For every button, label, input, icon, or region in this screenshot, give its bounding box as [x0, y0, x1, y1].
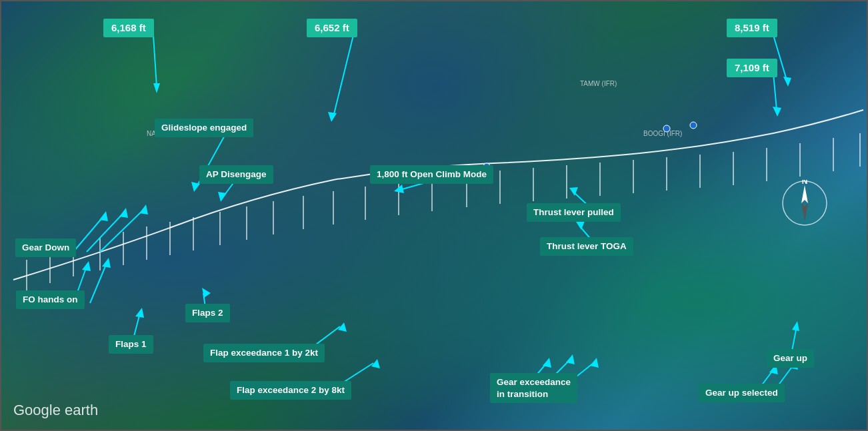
- svg-marker-81: [801, 185, 808, 203]
- svg-marker-52: [139, 205, 148, 215]
- svg-marker-70: [590, 358, 599, 368]
- svg-marker-48: [99, 211, 108, 221]
- event-label-flaps2: Flaps 2: [185, 304, 230, 322]
- svg-line-29: [153, 35, 157, 87]
- event-label-flap_exc1: Flap exceedance 1 by 2kt: [203, 344, 325, 362]
- event-label-gear_down: Gear Down: [15, 238, 76, 257]
- svg-marker-72: [792, 321, 799, 331]
- svg-line-47: [73, 216, 103, 252]
- svg-point-79: [690, 122, 697, 129]
- svg-text:N: N: [802, 180, 808, 186]
- event-label-gear_up: Gear up: [767, 349, 814, 368]
- svg-marker-30: [153, 83, 160, 93]
- svg-marker-36: [773, 107, 781, 117]
- event-label-ap_disengage: AP Disengage: [199, 165, 273, 184]
- svg-marker-46: [576, 221, 585, 230]
- altitude-label-alt1: 6,168 ft: [103, 19, 154, 37]
- event-label-gear_up_sel: Gear up selected: [699, 384, 785, 402]
- event-label-open_climb: 1,800 ft Open Climb Mode: [370, 165, 493, 184]
- svg-line-35: [773, 73, 777, 110]
- svg-marker-50: [119, 208, 128, 218]
- svg-marker-40: [218, 192, 227, 202]
- google-earth-watermark: Google earth: [13, 402, 98, 419]
- event-label-glideslope: Glideslope engaged: [155, 119, 253, 137]
- svg-marker-58: [135, 308, 144, 318]
- event-label-thrust_pulled: Thrust lever pulled: [527, 203, 621, 222]
- compass: N: [781, 180, 828, 226]
- svg-line-31: [333, 35, 353, 117]
- altitude-label-alt3: 8,519 ft: [727, 19, 777, 37]
- svg-line-55: [90, 263, 107, 303]
- event-label-flap_exc2: Flap exceedance 2 by 8kt: [230, 381, 351, 400]
- svg-marker-34: [783, 77, 791, 87]
- map-location-label-boogi: BOOGI (IFR): [643, 130, 682, 137]
- svg-marker-82: [801, 203, 808, 221]
- event-label-gear_exc: Gear exceedance in transition: [490, 373, 577, 403]
- svg-marker-56: [102, 258, 111, 268]
- event-label-fo_hands: FO hands on: [16, 290, 85, 309]
- event-label-thrust_toga: Thrust lever TOGA: [540, 237, 633, 256]
- svg-marker-32: [328, 112, 337, 122]
- altitude-label-alt2: 6,652 ft: [307, 19, 357, 37]
- altitude-label-alt4: 7,109 ft: [727, 59, 777, 77]
- map-location-label-tamw: TAMW (IFR): [580, 80, 617, 87]
- svg-marker-54: [82, 261, 91, 271]
- event-label-flaps1: Flaps 1: [109, 335, 153, 354]
